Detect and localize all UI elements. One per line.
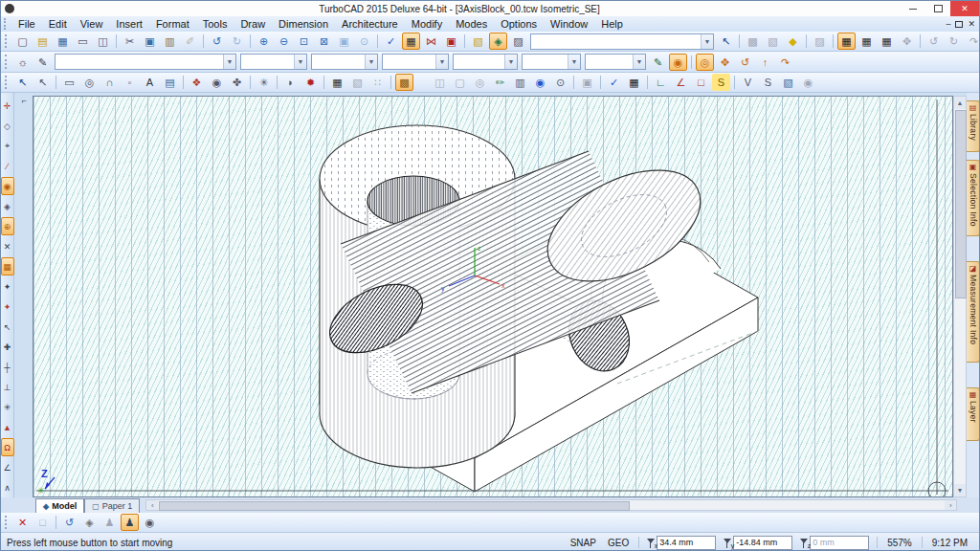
restore-button[interactable]	[925, 1, 950, 16]
palette-tab-library[interactable]: ▤Library	[967, 100, 980, 152]
render-quality-1-icon[interactable]: ▦	[837, 33, 856, 50]
walk-active-icon[interactable]: ♟	[121, 514, 139, 531]
rectangle-tool-icon[interactable]: ▭	[60, 74, 78, 91]
palette-tab-selection-info[interactable]: ▣Selection Info	[967, 160, 980, 236]
copy-render-icon[interactable]: ▧	[348, 74, 367, 91]
chevron-down-icon[interactable]: ▼	[701, 34, 713, 49]
alt-workspace-check-icon[interactable]: ✓	[605, 74, 623, 91]
save-file-icon[interactable]: ▦	[54, 33, 72, 50]
assemble-tool-icon[interactable]: ❖	[188, 74, 206, 91]
undo-icon[interactable]: ↺	[208, 33, 226, 50]
print-preview-icon[interactable]: ◫	[94, 33, 112, 50]
zoom-previous-icon[interactable]: ⊙	[355, 33, 373, 50]
view-rotate-ccw-icon[interactable]: ↺	[924, 33, 943, 50]
camera-walk-view-icon[interactable]: ◉	[141, 514, 159, 531]
frame-tool-icon[interactable]: ▢	[451, 74, 469, 91]
point-tool-icon[interactable]: ◦	[121, 74, 139, 91]
ungroup-icon[interactable]: ▧	[764, 33, 782, 50]
move-view-icon[interactable]: ✥	[898, 33, 916, 50]
style-manager-icon[interactable]: ✎	[33, 54, 52, 71]
link-entity-icon[interactable]: ⋈	[422, 33, 440, 50]
cancel-walk-icon[interactable]: ✕	[13, 514, 32, 531]
zoom-window-icon[interactable]: ⊡	[295, 33, 313, 50]
insert-picture-icon[interactable]: ▤	[161, 74, 179, 91]
palette-tab-layer[interactable]: ▦Layer	[967, 387, 980, 441]
zoom-page-icon[interactable]: ▣	[335, 33, 353, 50]
snap-quadrant-icon[interactable]: ▲	[1, 418, 14, 436]
boolean-tool-icon[interactable]: ✹	[301, 74, 320, 91]
edit-hammer-red-icon[interactable]: ✦	[1, 298, 14, 316]
print-3d-icon[interactable]: ▨	[509, 33, 527, 50]
globe-render-icon[interactable]: ◉	[531, 74, 549, 91]
snap-magnetic-icon[interactable]: Ω	[1, 438, 14, 456]
property-combobox[interactable]: ▼	[382, 54, 449, 70]
menu-file[interactable]: File	[11, 18, 42, 30]
snap-star-icon[interactable]: ✳	[1, 398, 14, 416]
workplane-angle-icon[interactable]: ∠	[672, 74, 690, 91]
close-button[interactable]: ✕	[950, 1, 979, 16]
format-painter-icon[interactable]: ✐	[181, 33, 199, 50]
workplane-corner-button[interactable]: ⌐	[17, 94, 32, 106]
view-swing-icon[interactable]: ↷	[965, 33, 980, 50]
snap-toggle[interactable]: SNAP	[570, 538, 596, 548]
pan-view-icon[interactable]: ✥	[716, 54, 734, 71]
examine-3d-icon[interactable]: ◉	[669, 54, 687, 71]
zoom-extents-icon[interactable]: ⊠	[315, 33, 333, 50]
surface-tool-icon[interactable]: ◫	[431, 74, 449, 91]
render-wireframe-icon[interactable]: ▦	[402, 33, 420, 50]
scroll-down-arrow[interactable]: ▼	[954, 484, 966, 496]
cut-icon[interactable]: ✂	[121, 33, 139, 50]
menu-draw[interactable]: Draw	[234, 18, 272, 30]
paste-icon[interactable]: ▥	[161, 33, 179, 50]
menu-modes[interactable]: Modes	[449, 18, 494, 30]
menu-window[interactable]: Window	[544, 18, 594, 30]
doc-close-button[interactable]: ✕	[968, 19, 975, 29]
drawing-canvas[interactable]: z x y Z ✳	[33, 96, 953, 497]
chevron-down-icon[interactable]: ▼	[504, 55, 517, 69]
property-combobox[interactable]: ▼	[585, 54, 646, 70]
palette-tab-measurement-info[interactable]: ◪Measurement Info	[967, 261, 980, 363]
horizontal-scrollbar[interactable]: ‹ ›	[145, 499, 957, 511]
menu-modify[interactable]: Modify	[405, 18, 449, 30]
revert-camera-icon[interactable]: ↷	[776, 54, 794, 71]
menu-help[interactable]: Help	[594, 18, 630, 30]
y-coordinate-field[interactable]	[733, 536, 792, 550]
snap-3d-cube-icon[interactable]: ◈	[1, 197, 14, 215]
pick-tool-icon[interactable]: ↖	[1, 318, 14, 336]
snap-grid-icon[interactable]: ▦	[1, 257, 14, 276]
menu-insert[interactable]: Insert	[109, 18, 149, 30]
stop-walk-icon[interactable]: □	[33, 514, 52, 531]
page-setup-icon[interactable]: ▥	[511, 74, 529, 91]
revolve-tool-icon[interactable]: ◉	[208, 74, 226, 91]
x-coordinate-field[interactable]	[657, 536, 716, 550]
array-copy-icon[interactable]: ∷	[368, 74, 387, 91]
hscroll-thumb[interactable]	[159, 501, 630, 511]
facet-tool-icon[interactable]: ◗	[281, 74, 300, 91]
snap-aerial-icon[interactable]: S	[712, 74, 730, 91]
walk-mode-icon[interactable]: ♟	[100, 514, 119, 531]
workspace-check-icon[interactable]: ✓	[382, 33, 400, 50]
view-rotate-cw-icon[interactable]: ↻	[945, 33, 963, 50]
property-combobox[interactable]: ▼	[453, 54, 518, 70]
walk-target-icon[interactable]: ◈	[80, 514, 99, 531]
snap-vertex-icon[interactable]: ✛	[1, 97, 14, 115]
menu-options[interactable]: Options	[494, 18, 544, 30]
sweep-tool-icon[interactable]: ✤	[228, 74, 246, 91]
tilt-camera-icon[interactable]: ↑	[756, 54, 774, 71]
render-scene-settings-icon[interactable]: ▦	[328, 74, 346, 91]
snap-bisector-icon[interactable]: ∧	[1, 478, 14, 496]
snap-intersection-icon[interactable]: ✚	[1, 338, 14, 356]
render-sphere-icon[interactable]: ◉	[799, 74, 817, 91]
marker-pen-icon[interactable]: ✏	[491, 74, 509, 91]
property-combobox[interactable]: ▼	[522, 54, 581, 70]
arc-tool-icon[interactable]: ∩	[100, 74, 119, 91]
explode-icon[interactable]: ▨	[811, 33, 829, 50]
snap-connector-icon[interactable]: ◇	[1, 117, 14, 135]
pen-style-icon[interactable]: ✎	[649, 54, 667, 71]
settings-gear-icon[interactable]: ☼	[13, 54, 32, 71]
doc-restore-button[interactable]	[955, 21, 963, 28]
group-icon[interactable]: ▩	[744, 33, 762, 50]
snap-angle-icon[interactable]: ∠	[1, 458, 14, 476]
snap-on-segment-icon[interactable]: ∕	[1, 157, 14, 175]
chevron-down-icon[interactable]: ▼	[294, 55, 306, 69]
